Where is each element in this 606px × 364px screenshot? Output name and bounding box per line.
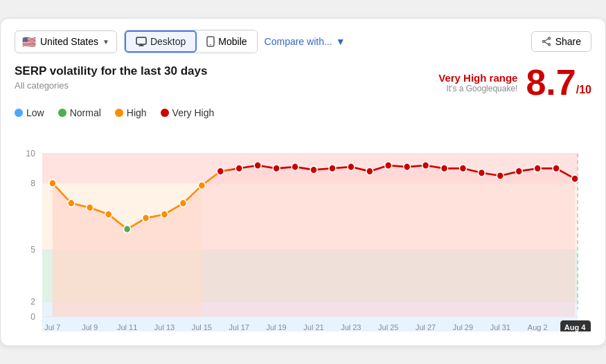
data-point (198, 182, 205, 190)
svg-text:2: 2 (30, 297, 35, 307)
desktop-icon (136, 36, 147, 47)
legend-normal-label: Normal (70, 107, 101, 118)
desktop-tab-label: Desktop (150, 36, 186, 47)
data-point (348, 163, 355, 171)
svg-rect-0 (136, 37, 146, 44)
chart-subtitle: All categories (15, 80, 207, 91)
svg-text:Aug 2: Aug 2 (528, 323, 548, 331)
svg-text:Jul 15: Jul 15 (192, 323, 212, 331)
svg-point-5 (542, 41, 544, 43)
data-point (534, 165, 541, 172)
svg-text:Jul 21: Jul 21 (303, 323, 323, 331)
data-point (161, 210, 168, 218)
legend-item-veryhigh: Very High (161, 107, 215, 118)
svg-text:Jul 27: Jul 27 (416, 323, 436, 331)
legend-item-high: High (115, 107, 147, 118)
svg-line-6 (544, 39, 548, 41)
data-point (422, 162, 429, 170)
data-point (385, 162, 392, 170)
svg-text:Jul 11: Jul 11 (117, 323, 137, 331)
legend-low-label: Low (26, 107, 44, 118)
svg-text:Jul 31: Jul 31 (490, 323, 510, 331)
data-point (441, 165, 448, 172)
data-point (235, 165, 242, 172)
country-label: United States (40, 36, 98, 47)
svg-text:Jul 9: Jul 9 (82, 323, 98, 331)
data-point (497, 172, 503, 180)
svg-text:Jul 13: Jul 13 (154, 323, 175, 331)
data-point (515, 167, 522, 175)
data-point (571, 175, 578, 183)
data-point (179, 199, 186, 207)
data-point (49, 179, 56, 187)
data-point (553, 165, 560, 172)
compare-label: Compare with... (265, 36, 332, 47)
compare-button[interactable]: Compare with... ▼ (265, 36, 346, 47)
data-point (143, 215, 150, 222)
svg-text:0: 0 (30, 311, 35, 321)
veryhigh-dot (161, 109, 169, 117)
data-point (217, 167, 224, 175)
data-point (254, 162, 261, 170)
svg-text:5: 5 (30, 245, 35, 255)
data-point (478, 169, 485, 176)
mobile-tab[interactable]: Mobile (197, 30, 256, 53)
data-point (105, 210, 112, 218)
low-dot (15, 109, 23, 117)
svg-point-3 (548, 37, 550, 39)
chart-header: SERP volatility for the last 30 days All… (15, 64, 591, 100)
legend-veryhigh-label: Very High (172, 107, 215, 118)
device-tabs: Desktop Mobile (124, 30, 258, 53)
svg-point-2 (211, 44, 212, 46)
score-range-label: Very High range (438, 72, 517, 84)
mobile-tab-label: Mobile (218, 36, 247, 47)
normal-dot (58, 109, 66, 117)
svg-text:Jul 7: Jul 7 (44, 323, 60, 331)
chart-title: SERP volatility for the last 30 days (15, 64, 207, 78)
score-sub-label: It's a Googlequake! (438, 84, 517, 93)
svg-point-4 (548, 44, 550, 46)
chart-area: 10 8 5 2 0 (15, 124, 591, 331)
svg-text:Jul 29: Jul 29 (453, 323, 473, 331)
legend-item-low: Low (15, 107, 44, 118)
desktop-tab[interactable]: Desktop (125, 30, 197, 53)
legend: Low Normal High Very High (15, 107, 591, 118)
data-point (68, 199, 75, 207)
data-point (329, 165, 336, 172)
svg-line-7 (544, 42, 548, 44)
data-point (292, 163, 298, 171)
svg-text:8: 8 (30, 179, 35, 188)
share-label: Share (555, 36, 581, 47)
svg-text:Jul 19: Jul 19 (266, 323, 286, 331)
main-card: 🇺🇸 United States ▼ Desktop Mobile Co (0, 18, 606, 346)
country-selector[interactable]: 🇺🇸 United States ▼ (15, 30, 117, 53)
toolbar: 🇺🇸 United States ▼ Desktop Mobile Co (15, 30, 591, 53)
data-point (459, 165, 466, 172)
data-point (404, 163, 411, 171)
share-button[interactable]: Share (531, 31, 591, 52)
data-point (124, 226, 131, 233)
score-value: 8.7 (526, 64, 576, 100)
svg-text:Jul 25: Jul 25 (378, 323, 398, 331)
mobile-icon (206, 36, 215, 47)
legend-high-label: High (127, 107, 147, 118)
flag-icon: 🇺🇸 (22, 35, 36, 48)
share-icon (542, 37, 551, 46)
data-point (310, 166, 317, 174)
compare-chevron-icon: ▼ (336, 36, 346, 47)
data-point (273, 165, 280, 172)
score-denom: /10 (576, 84, 591, 100)
svg-text:Jul 23: Jul 23 (341, 323, 361, 331)
svg-text:Jul 17: Jul 17 (229, 323, 249, 331)
high-dot (115, 109, 123, 117)
data-point (87, 204, 93, 212)
data-point (366, 167, 373, 175)
svg-text:Aug 4: Aug 4 (564, 323, 586, 331)
svg-text:10: 10 (26, 149, 35, 158)
chevron-down-icon: ▼ (103, 38, 109, 46)
legend-item-normal: Normal (58, 107, 101, 118)
chart-svg: 10 8 5 2 0 (15, 124, 591, 331)
volatility-score: Very High range It's a Googlequake! 8.7 … (438, 64, 591, 100)
